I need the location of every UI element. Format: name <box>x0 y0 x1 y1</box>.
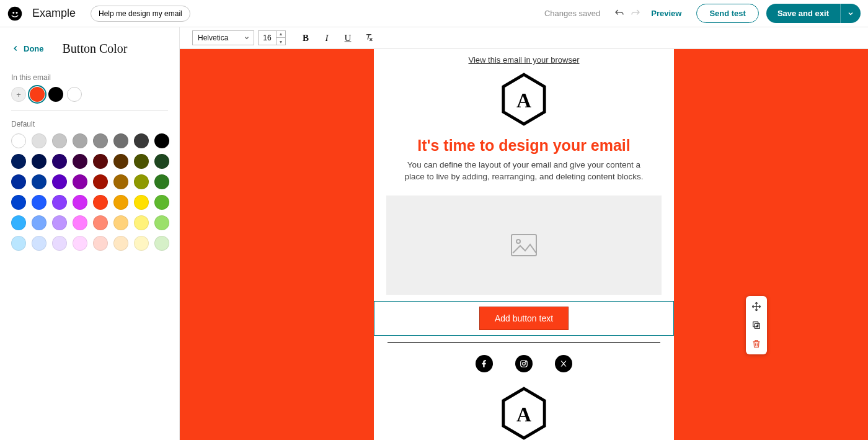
default-swatch-26[interactable] <box>52 195 67 210</box>
swatch-white[interactable] <box>67 87 82 102</box>
logo-block[interactable]: A <box>374 68 674 133</box>
undo-icon <box>614 8 625 19</box>
default-swatch-25[interactable] <box>32 195 46 210</box>
bold-button[interactable]: B <box>297 30 314 45</box>
send-test-button[interactable]: Send test <box>696 4 759 23</box>
default-swatches <box>11 133 168 251</box>
button-block-selected[interactable]: Add button text <box>374 301 674 336</box>
x-glyph-icon <box>560 360 567 367</box>
default-swatch-16[interactable] <box>11 174 26 189</box>
swatch-add[interactable]: + <box>11 87 26 102</box>
duplicate-block-button[interactable] <box>750 318 763 332</box>
default-swatch-17[interactable] <box>32 174 46 189</box>
default-swatch-27[interactable] <box>73 195 87 210</box>
svg-rect-5 <box>512 235 536 256</box>
save-and-exit-dropdown[interactable] <box>840 4 861 23</box>
undo-button[interactable] <box>611 6 627 22</box>
default-swatch-28[interactable] <box>93 195 108 210</box>
divider-line[interactable] <box>388 342 660 343</box>
image-placeholder[interactable] <box>386 195 662 295</box>
default-swatch-22[interactable] <box>134 174 149 189</box>
default-swatch-46[interactable] <box>134 236 149 251</box>
italic-button[interactable]: I <box>318 30 335 45</box>
redo-button[interactable] <box>627 6 644 22</box>
default-swatch-33[interactable] <box>32 215 46 230</box>
default-swatch-20[interactable] <box>93 174 108 189</box>
facebook-glyph-icon <box>480 359 489 368</box>
svg-text:A: A <box>516 402 531 425</box>
default-swatch-4[interactable] <box>93 133 108 148</box>
default-swatch-6[interactable] <box>134 133 149 148</box>
default-swatch-42[interactable] <box>52 236 67 251</box>
swatch-black[interactable] <box>48 87 63 102</box>
default-swatch-38[interactable] <box>134 215 149 230</box>
default-swatch-15[interactable] <box>154 154 169 169</box>
default-swatch-23[interactable] <box>154 174 169 189</box>
default-swatch-39[interactable] <box>154 215 169 230</box>
save-status: Changes saved <box>544 9 600 18</box>
in-this-email-label: In this email <box>11 73 168 82</box>
default-swatch-13[interactable] <box>113 154 128 169</box>
save-and-exit-button[interactable]: Save and exit <box>766 4 840 23</box>
email-button[interactable]: Add button text <box>479 307 569 330</box>
default-swatch-5[interactable] <box>113 133 128 148</box>
sub-text[interactable]: You can define the layout of your email … <box>374 157 674 192</box>
underline-button[interactable]: U <box>339 30 356 45</box>
x-twitter-icon[interactable] <box>555 355 572 372</box>
move-block-button[interactable] <box>750 300 763 313</box>
default-swatch-30[interactable] <box>134 195 149 210</box>
default-swatch-34[interactable] <box>52 215 67 230</box>
default-swatch-29[interactable] <box>113 195 128 210</box>
swatch-orange-red[interactable] <box>30 87 45 102</box>
default-swatch-12[interactable] <box>93 154 108 169</box>
help-design-button[interactable]: Help me design my email <box>91 6 190 22</box>
default-swatch-10[interactable] <box>52 154 67 169</box>
default-swatch-9[interactable] <box>32 154 46 169</box>
default-swatch-32[interactable] <box>11 215 26 230</box>
default-swatch-40[interactable] <box>11 236 26 251</box>
default-swatch-14[interactable] <box>134 154 149 169</box>
delete-block-button[interactable] <box>750 337 763 351</box>
view-in-browser-link[interactable]: View this email in your browser <box>469 55 580 65</box>
document-title[interactable]: Example <box>32 7 76 20</box>
default-swatch-7[interactable] <box>154 133 169 148</box>
default-swatch-1[interactable] <box>32 133 46 148</box>
default-swatch-3[interactable] <box>73 133 87 148</box>
font-size-down[interactable]: ▼ <box>277 38 285 45</box>
default-swatch-2[interactable] <box>52 133 67 148</box>
default-swatch-18[interactable] <box>52 174 67 189</box>
svg-point-2 <box>16 12 18 14</box>
default-swatch-24[interactable] <box>11 195 26 210</box>
instagram-icon[interactable] <box>515 355 533 372</box>
preview-button[interactable]: Preview <box>644 5 689 22</box>
default-swatch-43[interactable] <box>73 236 87 251</box>
default-swatch-41[interactable] <box>32 236 46 251</box>
logo-block-footer[interactable]: A <box>374 382 674 440</box>
hexagon-logo-icon: A <box>500 72 548 127</box>
default-swatch-8[interactable] <box>11 154 26 169</box>
canvas[interactable]: View this email in your browser A It's t… <box>180 49 868 440</box>
email-body: View this email in your browser A It's t… <box>374 49 674 440</box>
default-swatch-19[interactable] <box>73 174 87 189</box>
headline-text[interactable]: It's time to design your email <box>374 133 674 157</box>
social-row <box>374 352 674 382</box>
font-family-select[interactable]: Helvetica <box>192 30 254 45</box>
font-size-up[interactable]: ▲ <box>277 30 285 38</box>
font-size-input[interactable] <box>259 34 276 42</box>
clear-formatting-button[interactable] <box>360 30 378 45</box>
redo-icon <box>630 8 641 19</box>
default-swatch-0[interactable] <box>11 133 26 148</box>
default-swatch-44[interactable] <box>93 236 108 251</box>
default-swatch-35[interactable] <box>73 215 87 230</box>
default-swatch-21[interactable] <box>113 174 128 189</box>
default-swatch-37[interactable] <box>113 215 128 230</box>
default-swatch-11[interactable] <box>73 154 87 169</box>
default-swatch-36[interactable] <box>93 215 108 230</box>
svg-point-8 <box>523 362 526 365</box>
top-bar: Example Help me design my email Changes … <box>0 0 868 27</box>
done-button[interactable]: Done <box>11 44 44 53</box>
default-swatch-47[interactable] <box>154 236 169 251</box>
facebook-icon[interactable] <box>476 355 493 372</box>
default-swatch-31[interactable] <box>154 195 169 210</box>
default-swatch-45[interactable] <box>113 236 128 251</box>
